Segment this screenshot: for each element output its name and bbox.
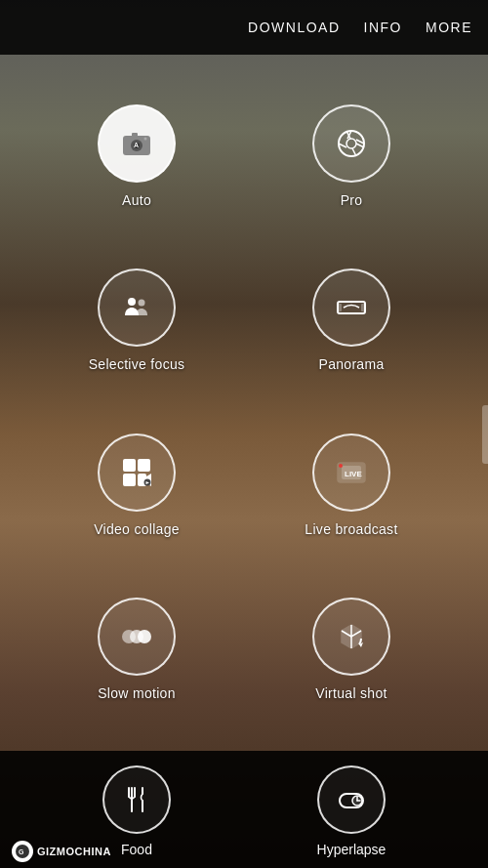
virtual-shot-circle: [312, 598, 390, 676]
slow-motion-circle: [98, 598, 176, 676]
svg-text:G: G: [19, 848, 24, 855]
mode-auto[interactable]: A Auto: [29, 74, 244, 238]
panorama-label: Panorama: [319, 356, 385, 372]
selective-focus-label: Selective focus: [89, 356, 185, 372]
mode-selective-focus[interactable]: Selective focus: [29, 238, 244, 402]
svg-line-13: [356, 144, 364, 147]
svg-rect-17: [338, 304, 342, 311]
camera-icon: A: [119, 126, 154, 161]
auto-label: Auto: [122, 192, 151, 208]
selective-focus-circle: [98, 269, 176, 347]
svg-point-32: [138, 630, 151, 643]
pro-label: Pro: [341, 192, 363, 208]
virtual-shot-label: Virtual shot: [315, 685, 386, 701]
svg-text:LIVE: LIVE: [345, 470, 362, 478]
mode-grid: A Auto Pro: [0, 55, 488, 751]
watermark-text: GIZMOCHINA: [37, 846, 111, 857]
svg-rect-20: [138, 459, 150, 472]
mode-panorama[interactable]: Panorama: [244, 238, 459, 402]
svg-point-29: [339, 464, 343, 468]
food-label: Food: [121, 842, 152, 857]
pro-circle: [312, 104, 390, 183]
top-bar: DOWNLOAD INFO MORE: [0, 0, 488, 55]
svg-rect-21: [123, 474, 136, 486]
svg-point-4: [144, 138, 147, 141]
more-button[interactable]: MORE: [426, 20, 472, 35]
live-broadcast-label: Live broadcast: [305, 521, 397, 537]
mode-virtual-shot[interactable]: Virtual shot: [244, 567, 459, 731]
video-collage-circle: [98, 434, 176, 512]
svg-rect-16: [338, 302, 365, 313]
video-collage-icon: [119, 455, 154, 490]
mode-pro[interactable]: Pro: [244, 74, 459, 238]
panorama-icon: [334, 290, 369, 325]
mode-live-broadcast[interactable]: LIVE Live broadcast: [244, 403, 459, 567]
mode-hyperlapse[interactable]: Hyperlapse: [244, 765, 459, 858]
svg-point-14: [128, 298, 136, 306]
hyperlapse-label: Hyperlapse: [317, 842, 386, 857]
watermark-logo: G: [12, 841, 33, 862]
fork-icon: [121, 784, 152, 815]
edge-indicator: [482, 405, 488, 464]
slow-motion-icon: [119, 619, 154, 654]
live-broadcast-circle: LIVE: [312, 434, 390, 512]
svg-point-15: [139, 300, 145, 307]
svg-rect-3: [132, 133, 138, 137]
selective-focus-icon: [119, 290, 154, 325]
gizmochina-logo-icon: G: [15, 844, 30, 859]
svg-text:A: A: [134, 142, 139, 148]
auto-circle: A: [98, 104, 176, 183]
hyperlapse-circle: [317, 765, 386, 834]
info-button[interactable]: INFO: [364, 20, 402, 35]
live-icon: LIVE: [334, 455, 369, 490]
aperture-icon: [334, 126, 369, 161]
mode-slow-motion[interactable]: Slow motion: [29, 567, 244, 731]
svg-point-7: [346, 139, 356, 148]
svg-point-6: [339, 131, 364, 156]
download-button[interactable]: DOWNLOAD: [248, 20, 340, 35]
svg-rect-18: [361, 304, 365, 311]
virtual-shot-icon: [334, 619, 369, 654]
timer-icon: [336, 784, 367, 815]
watermark: G GIZMOCHINA: [12, 841, 111, 862]
svg-rect-19: [123, 459, 136, 472]
slow-motion-label: Slow motion: [98, 685, 176, 701]
video-collage-label: Video collage: [94, 521, 180, 537]
food-circle: [102, 765, 171, 834]
mode-video-collage[interactable]: Video collage: [29, 403, 244, 567]
panorama-circle: [312, 269, 390, 347]
